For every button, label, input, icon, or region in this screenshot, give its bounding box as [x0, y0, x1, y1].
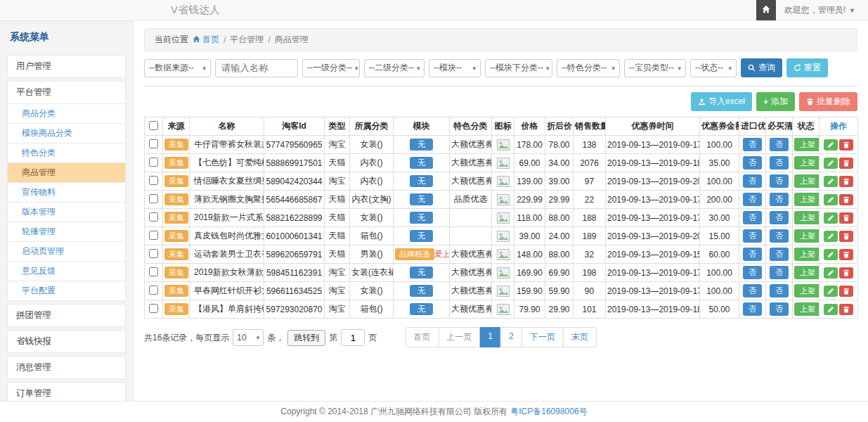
import-select-toggle[interactable]: 否: [743, 138, 762, 151]
status-button[interactable]: 上架: [794, 302, 820, 316]
edit-button[interactable]: [824, 212, 838, 224]
jump-page-input[interactable]: [341, 329, 365, 346]
must-buy-toggle[interactable]: 否: [770, 174, 789, 188]
must-buy-toggle[interactable]: 否: [770, 248, 789, 261]
add-button[interactable]: + 添加: [756, 92, 795, 111]
row-checkbox[interactable]: [149, 176, 158, 185]
row-checkbox[interactable]: [149, 249, 158, 258]
level2-category-select[interactable]: --二级分类--▾: [364, 59, 425, 77]
sidebar-item-省钱快报[interactable]: 省钱快报: [7, 330, 126, 353]
must-buy-toggle[interactable]: 否: [770, 156, 789, 170]
home-button[interactable]: [756, 0, 776, 20]
must-buy-toggle[interactable]: 否: [770, 284, 789, 298]
delete-button[interactable]: [839, 286, 853, 297]
edit-button[interactable]: [824, 231, 838, 242]
status-button[interactable]: 上架: [794, 248, 820, 261]
sidebar-item-意见反馈[interactable]: 意见反馈: [7, 262, 126, 281]
page-button-首页[interactable]: 首页: [405, 327, 439, 347]
sidebar-item-启动页管理[interactable]: 启动页管理: [7, 242, 126, 262]
import-select-toggle[interactable]: 否: [743, 193, 762, 206]
status-button[interactable]: 上架: [794, 284, 820, 298]
must-buy-toggle[interactable]: 否: [770, 138, 789, 151]
delete-button[interactable]: [839, 304, 853, 315]
import-select-toggle[interactable]: 否: [743, 229, 762, 243]
item-type-select[interactable]: --宝贝类型--▾: [624, 59, 686, 77]
status-button[interactable]: 上架: [794, 174, 820, 188]
sidebar-item-模块商品分类[interactable]: 模块商品分类: [7, 124, 126, 143]
status-button[interactable]: 上架: [794, 266, 820, 279]
status-button[interactable]: 上架: [794, 211, 820, 224]
edit-button[interactable]: [824, 267, 838, 279]
page-button-下一页[interactable]: 下一页: [522, 327, 564, 347]
delete-button[interactable]: [839, 194, 853, 205]
row-checkbox[interactable]: [149, 194, 158, 203]
must-buy-toggle[interactable]: 否: [770, 302, 789, 316]
page-button-2[interactable]: 2: [500, 327, 522, 347]
import-select-toggle[interactable]: 否: [743, 284, 762, 298]
delete-button[interactable]: [839, 176, 853, 187]
import-select-toggle[interactable]: 否: [743, 174, 762, 188]
edit-button[interactable]: [824, 176, 838, 187]
reset-button[interactable]: 重置: [786, 58, 828, 77]
page-size-select[interactable]: 10 ▾: [233, 329, 264, 346]
module-sub-category-select[interactable]: --模块下分类--▾: [485, 59, 552, 77]
user-menu[interactable]: 欢迎您，管理员! ▼: [776, 0, 868, 20]
name-input[interactable]: [215, 59, 298, 77]
status-button[interactable]: 上架: [794, 193, 820, 206]
breadcrumb-link-首页[interactable]: 首页: [193, 34, 219, 46]
import-select-toggle[interactable]: 否: [743, 302, 762, 316]
import-select-toggle[interactable]: 否: [743, 211, 762, 224]
sidebar-item-拼团管理[interactable]: 拼团管理: [7, 304, 126, 327]
status-button[interactable]: 上架: [794, 229, 820, 243]
row-checkbox[interactable]: [149, 304, 158, 313]
delete-button[interactable]: [839, 267, 853, 279]
sidebar-item-平台配置[interactable]: 平台配置: [7, 281, 126, 301]
edit-button[interactable]: [824, 286, 838, 297]
status-button[interactable]: 上架: [794, 156, 820, 170]
status-select[interactable]: --状态--▾: [690, 59, 737, 77]
select-all-checkbox[interactable]: [149, 121, 158, 130]
import-select-toggle[interactable]: 否: [743, 156, 762, 170]
search-button[interactable]: 查询: [741, 58, 782, 77]
sidebar-item-用户管理[interactable]: 用户管理: [7, 55, 126, 78]
delete-button[interactable]: [839, 231, 853, 242]
page-button-上一页[interactable]: 上一页: [438, 327, 480, 347]
edit-button[interactable]: [824, 304, 838, 315]
edit-button[interactable]: [824, 139, 838, 151]
import-select-toggle[interactable]: 否: [743, 266, 762, 279]
module-select[interactable]: --模块--▾: [429, 59, 481, 77]
sidebar-item-消息管理[interactable]: 消息管理: [7, 356, 126, 379]
sidebar-item-平台管理[interactable]: 平台管理: [7, 81, 126, 104]
edit-button[interactable]: [824, 158, 838, 169]
sidebar-item-商品管理[interactable]: 商品管理: [7, 163, 126, 183]
delete-button[interactable]: [839, 139, 853, 151]
row-checkbox[interactable]: [149, 139, 158, 148]
sidebar-item-商品分类[interactable]: 商品分类: [7, 104, 126, 124]
icp-link[interactable]: 粤ICP备16098006号: [510, 406, 587, 418]
sidebar-item-宣传物料[interactable]: 宣传物料: [7, 183, 126, 203]
delete-button[interactable]: [839, 212, 853, 224]
must-buy-toggle[interactable]: 否: [770, 193, 789, 206]
data-source-select[interactable]: --数据来源--▾: [144, 59, 211, 77]
jump-button[interactable]: 跳转到: [287, 330, 325, 346]
row-checkbox[interactable]: [149, 212, 158, 222]
sidebar-item-版本管理[interactable]: 版本管理: [7, 203, 126, 222]
status-button[interactable]: 上架: [794, 138, 820, 151]
import-select-toggle[interactable]: 否: [743, 248, 762, 261]
delete-button[interactable]: [839, 158, 853, 169]
edit-button[interactable]: [824, 249, 838, 260]
row-checkbox[interactable]: [149, 158, 158, 167]
must-buy-toggle[interactable]: 否: [770, 211, 789, 224]
must-buy-toggle[interactable]: 否: [770, 229, 789, 243]
import-excel-button[interactable]: 导入excel: [691, 92, 752, 111]
sidebar-item-轮播管理[interactable]: 轮播管理: [7, 222, 126, 242]
page-button-1[interactable]: 1: [479, 327, 501, 347]
delete-button[interactable]: [839, 249, 853, 260]
page-button-末页[interactable]: 末页: [563, 327, 597, 347]
bulk-delete-button[interactable]: 批量删除: [799, 92, 857, 111]
must-buy-toggle[interactable]: 否: [770, 266, 789, 279]
level1-category-select[interactable]: --一级分类--▾: [302, 59, 360, 77]
row-checkbox[interactable]: [149, 231, 158, 240]
row-checkbox[interactable]: [149, 286, 158, 295]
sidebar-item-订单管理[interactable]: 订单管理: [7, 382, 126, 401]
